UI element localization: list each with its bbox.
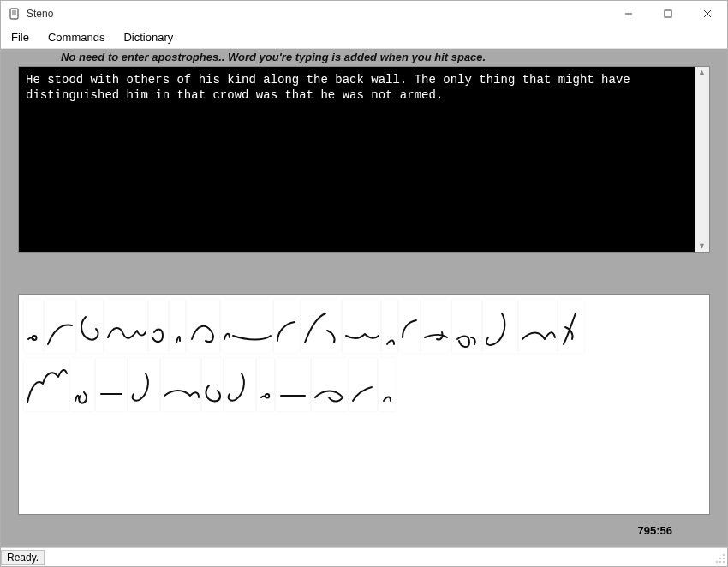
client-area: No need to enter apostrophes.. Word you'… — [1, 49, 727, 547]
timer-display: 795:56 — [638, 524, 672, 537]
steno-glyph — [276, 358, 310, 411]
editor-textarea[interactable]: He stood with others of his kind along t… — [19, 67, 695, 252]
steno-glyph — [202, 358, 223, 411]
steno-glyph — [128, 358, 159, 411]
steno-glyph — [519, 300, 557, 353]
steno-glyph — [24, 358, 69, 411]
hint-text: No need to enter apostrophes.. Word you'… — [1, 49, 727, 66]
document-icon — [8, 7, 21, 21]
menu-dictionary[interactable]: Dictionary — [122, 29, 175, 45]
steno-glyph — [274, 300, 300, 353]
steno-glyph — [170, 300, 185, 353]
svg-point-2 — [723, 554, 725, 556]
steno-glyph — [452, 300, 481, 353]
menu-commands[interactable]: Commands — [46, 29, 106, 45]
svg-point-7 — [716, 561, 718, 563]
steno-glyph — [24, 300, 43, 353]
steno-glyph — [257, 358, 274, 411]
svg-point-6 — [719, 561, 721, 563]
steno-row-2 — [19, 353, 709, 411]
steno-glyph — [149, 300, 168, 353]
svg-point-4 — [719, 558, 721, 559]
menu-file[interactable]: File — [9, 29, 31, 45]
steno-glyph — [224, 358, 255, 411]
maximize-button[interactable] — [648, 1, 688, 27]
minimize-button[interactable] — [609, 1, 648, 27]
svg-point-5 — [723, 561, 725, 563]
steno-glyph — [45, 300, 75, 353]
statusbar: Ready. — [1, 547, 727, 566]
svg-rect-1 — [665, 10, 671, 17]
menubar: File Commands Dictionary — [1, 27, 727, 49]
steno-panel — [18, 294, 710, 515]
steno-glyph — [421, 300, 451, 353]
steno-glyph — [312, 358, 348, 411]
steno-glyph — [558, 300, 584, 353]
steno-glyph — [70, 358, 94, 411]
titlebar: Steno — [1, 1, 727, 27]
steno-glyph — [96, 358, 127, 411]
app-window: Steno File Commands Dictionary No need t… — [0, 0, 728, 567]
steno-glyph — [77, 300, 103, 353]
steno-glyph — [382, 300, 397, 353]
steno-glyph — [483, 300, 517, 353]
editor-scrollbar[interactable]: ▲ ▼ — [695, 67, 709, 252]
scroll-down-icon[interactable]: ▼ — [698, 242, 706, 250]
steno-glyph — [187, 300, 219, 353]
resize-grip-icon[interactable] — [712, 550, 727, 565]
steno-glyph — [104, 300, 147, 353]
close-button[interactable] — [688, 1, 727, 27]
steno-glyph — [343, 300, 380, 353]
steno-glyph — [221, 300, 272, 353]
svg-rect-0 — [10, 9, 18, 19]
steno-glyph — [379, 358, 396, 411]
window-controls — [609, 1, 727, 27]
editor-frame: He stood with others of his kind along t… — [18, 66, 710, 253]
steno-glyph — [399, 300, 420, 353]
steno-glyph — [349, 358, 377, 411]
svg-point-3 — [723, 558, 725, 559]
status-text: Ready. — [1, 550, 45, 565]
steno-glyph — [301, 300, 341, 353]
window-title: Steno — [27, 8, 609, 20]
scroll-up-icon[interactable]: ▲ — [698, 69, 706, 76]
steno-row-1 — [19, 295, 709, 353]
steno-glyph — [161, 358, 200, 411]
